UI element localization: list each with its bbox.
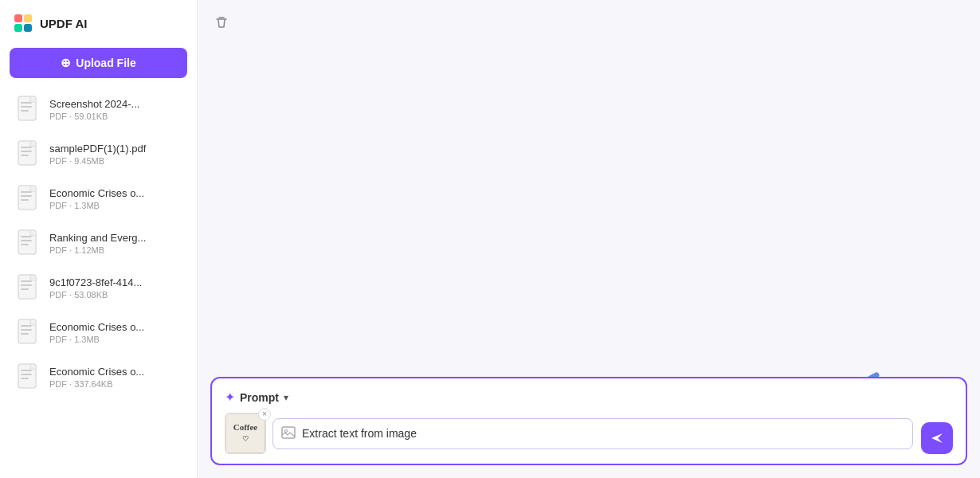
file-info: 9c1f0723-8fef-414... PDF · 53.08KB [49,276,142,300]
file-list-item[interactable]: Economic Crises o... PDF · 337.64KB [10,355,187,398]
svg-rect-1 [14,14,22,22]
file-list-item[interactable]: Economic Crises o... PDF · 1.3MB [10,311,187,354]
svg-rect-4 [24,24,32,32]
file-meta: PDF · 53.08KB [49,290,142,300]
file-name: Economic Crises o... [49,321,144,333]
file-meta: PDF · 9.45MB [49,156,146,166]
file-icon [16,362,41,392]
file-list-item[interactable]: 9c1f0723-8fef-414... PDF · 53.08KB [10,266,187,309]
svg-point-38 [285,429,288,432]
svg-rect-34 [226,414,265,453]
file-meta: PDF · 59.01KB [49,112,139,121]
sparkle-icon: ✦ [225,390,235,405]
updf-logo-icon [13,13,33,33]
svg-rect-32 [21,378,29,379]
file-name: Economic Crises o... [49,366,144,378]
file-icon [16,139,41,169]
prompt-box: ✦ Prompt ▾ Coffee ♡ × [210,377,967,465]
svg-rect-7 [21,106,32,108]
file-meta: PDF · 1.12MB [49,245,146,255]
file-info: samplePDF(1)(1).pdf PDF · 9.45MB [49,143,146,166]
file-icon [16,228,41,258]
main-area: ✦ Prompt ▾ Coffee ♡ × [198,0,980,478]
prompt-label: Prompt [240,391,279,404]
delete-button[interactable] [214,14,229,33]
svg-rect-11 [21,151,32,152]
svg-rect-19 [21,240,32,241]
app-title: UPDF AI [40,17,87,30]
upload-file-button[interactable]: ⊕ Upload File [10,48,187,78]
file-icon [16,94,41,124]
svg-rect-31 [21,374,32,375]
file-name: Economic Crises o... [49,187,144,199]
svg-rect-24 [21,288,29,290]
file-icon [16,317,41,347]
file-icon [16,183,41,214]
logo-area: UPDF AI [10,13,187,41]
prompt-header: ✦ Prompt ▾ [225,390,953,405]
prompt-text-input[interactable] [302,427,904,440]
file-list-item[interactable]: Screenshot 2024-... PDF · 59.01KB [10,88,187,131]
image-input-icon [281,425,296,442]
file-list: Screenshot 2024-... PDF · 59.01KB sample… [10,88,187,398]
svg-rect-2 [24,14,32,22]
file-name: Screenshot 2024-... [49,98,139,110]
svg-rect-27 [21,329,32,331]
thumbnail-close-button[interactable]: × [258,408,271,421]
file-meta: PDF · 1.3MB [49,335,144,344]
image-thumbnail-wrapper: Coffee ♡ × [225,413,266,454]
send-button[interactable] [921,422,953,454]
upload-icon: ⊕ [61,56,71,70]
svg-rect-37 [282,427,295,438]
file-meta: PDF · 1.3MB [49,201,144,210]
prompt-content: Coffee ♡ × [225,413,953,454]
svg-rect-3 [14,24,22,32]
svg-rect-20 [21,244,29,245]
svg-rect-15 [21,195,32,197]
file-name: 9c1f0723-8fef-414... [49,276,142,288]
svg-rect-12 [21,155,29,156]
file-info: Screenshot 2024-... PDF · 59.01KB [49,98,139,121]
text-input-area[interactable] [272,418,913,449]
svg-rect-16 [21,199,29,201]
file-list-item[interactable]: Economic Crises o... PDF · 1.3MB [10,177,187,220]
file-meta: PDF · 337.64KB [49,379,144,389]
prompt-dropdown-button[interactable]: ▾ [284,392,288,403]
image-preview-area: Coffee ♡ × [225,413,913,454]
file-info: Ranking and Everg... PDF · 1.12MB [49,232,146,255]
svg-rect-23 [21,284,32,286]
file-icon [16,272,41,303]
svg-text:♡: ♡ [242,435,249,443]
chat-area: ✦ Prompt ▾ Coffee ♡ × [210,43,967,465]
upload-button-label: Upload File [76,57,135,69]
svg-rect-28 [21,333,29,335]
file-info: Economic Crises o... PDF · 1.3MB [49,321,144,344]
file-list-item[interactable]: samplePDF(1)(1).pdf PDF · 9.45MB [10,132,187,175]
main-toolbar [210,13,967,43]
svg-rect-8 [21,110,29,112]
svg-text:Coffee: Coffee [233,422,258,432]
file-name: samplePDF(1)(1).pdf [49,143,146,155]
sidebar: UPDF AI ⊕ Upload File Screenshot 2024-..… [0,0,198,478]
file-name: Ranking and Everg... [49,232,146,244]
file-list-item[interactable]: Ranking and Everg... PDF · 1.12MB [10,221,187,264]
file-info: Economic Crises o... PDF · 1.3MB [49,187,144,210]
file-info: Economic Crises o... PDF · 337.64KB [49,366,144,389]
